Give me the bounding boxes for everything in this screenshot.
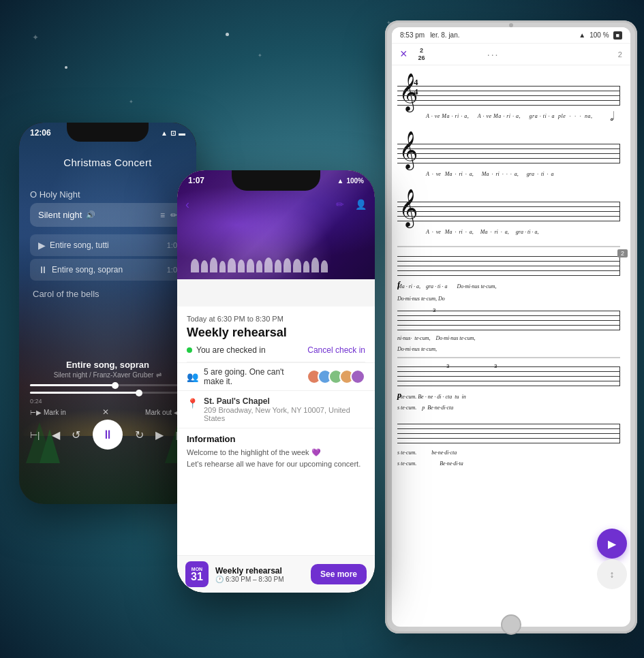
- day-num: 31: [191, 571, 203, 582]
- staff-system-3: 𝄞 A · ve Ma · ri · a, Ma · ri · a, gra ·…: [392, 188, 630, 249]
- lyrics-line-2: A · ve Ma · ri · a, Ma · ri · · · a, gra…: [426, 171, 624, 177]
- staff-system-7: s te·cum. be·ne·di·cta s te·cum. Be·ne·d…: [392, 417, 630, 475]
- close-mark-icon[interactable]: ✕: [102, 407, 109, 417]
- triplet-mark-2: 3: [446, 363, 449, 369]
- clock-icon: 🕐: [215, 576, 224, 583]
- event-bar-title: Weekly rehearsal: [215, 566, 304, 576]
- attendees-icon: 👥: [187, 371, 198, 382]
- staff-system-6: p 3 3 s te·cum. Be · ne · di · cta tu in…: [392, 360, 630, 421]
- middle-phone-status-bar: 1:07 ▲ 100%: [188, 176, 364, 185]
- sub-item-sopran[interactable]: ⏸ Entire song, sopran 1:0: [30, 259, 185, 281]
- volume-bar[interactable]: [30, 392, 185, 394]
- pause-button[interactable]: ⏸: [93, 420, 123, 450]
- staff-line-1-4: [397, 100, 620, 101]
- left-phone-notch: [67, 123, 149, 142]
- tablet-time: 8:53 pm: [400, 31, 425, 39]
- see-more-button[interactable]: See more: [311, 564, 367, 584]
- now-playing-title: Entire song, sopran: [30, 360, 185, 370]
- now-playing: Entire song, sopran Silent night / Franz…: [30, 360, 185, 450]
- location-name: St. Paul's Chapel: [204, 396, 365, 406]
- attendees-row: 👥 5 are going. One can't make it.: [177, 362, 375, 390]
- playback-controls: ⊢| ◀ ↺ ⏸ ↻ ▶ |⊣: [30, 420, 185, 450]
- staff-system-5: ni·nus· te·cum, Do·mi·nus te·cum, Do·mi·…: [392, 304, 630, 362]
- page-number-badge: 2: [617, 249, 628, 257]
- section-divider-2: [397, 357, 620, 358]
- time-display: 0:24: [30, 398, 185, 405]
- cancel-checkin-button[interactable]: Cancel check in: [307, 345, 365, 355]
- lyrics-line-5: ni·nus· te·cum, Do·mi·nus te·cum,: [397, 335, 624, 341]
- now-playing-subtitle: Silent night / Franz-Xaver Gruber: [54, 371, 154, 379]
- checkin-row: You are checked in Cancel check in: [177, 345, 375, 362]
- staff-line-1-5: [397, 105, 620, 106]
- treble-clef-3: 𝄞: [399, 191, 418, 224]
- info-title: Information: [187, 434, 365, 444]
- lyrics-benedicta-2b: s te·cum. Be·ne·di·ta: [397, 460, 624, 467]
- event-time: Today at 6:30 PM to 8:30 PM: [177, 307, 375, 326]
- event-bar-time: 🕐 6:30 PM – 8:30 PM: [215, 576, 304, 583]
- playback-orb[interactable]: ▶: [597, 529, 627, 559]
- avatar-group: [311, 369, 365, 384]
- sound-icon: 🔊: [86, 210, 95, 219]
- tablet-nav: × 2 26 ··· 2: [392, 44, 630, 65]
- lyrics-benedicta-1b: s te·cum. p Be·ne·di·cta: [397, 405, 624, 411]
- jump-start-icon[interactable]: ⊢|: [30, 430, 40, 440]
- left-phone-time: 12:06: [30, 128, 51, 138]
- nav-dots: ···: [487, 49, 500, 60]
- scroll-indicator[interactable]: ↕: [597, 559, 627, 589]
- location-address: 209 Broadway, New York, NY 10007, United…: [204, 406, 365, 422]
- sub-item-tutti[interactable]: ▶ Entire song, tutti 1:0: [30, 234, 185, 256]
- battery-icon-middle: 100%: [346, 177, 364, 185]
- play-icon-orb: ▶: [608, 537, 616, 550]
- info-text: Welcome to the highlight of the week 💜Le…: [187, 447, 365, 469]
- time-sig-1: 4 4: [414, 78, 418, 97]
- close-button-tablet[interactable]: ×: [400, 47, 408, 61]
- page-number: 2: [618, 50, 622, 59]
- tablet-home-button[interactable]: [501, 614, 521, 635]
- lyrics-line-3: A · ve Ma · ri · a, Ma · ri · a, gra · t…: [426, 229, 624, 235]
- event-title: Weekly rehearsal: [177, 326, 375, 345]
- edit-icon-nav[interactable]: ✏: [336, 199, 344, 210]
- play-circle-icon: ▶: [38, 240, 46, 251]
- fastforward-icon[interactable]: ↻: [135, 428, 144, 441]
- carol-title: Carol of the bells: [33, 289, 99, 299]
- list-icon: ≡: [160, 210, 165, 220]
- signal-icon: ▲: [161, 129, 168, 137]
- scroll-icon: ↕: [610, 569, 615, 580]
- person-icon-nav[interactable]: 👤: [355, 199, 367, 210]
- prev-icon[interactable]: ◀: [52, 428, 60, 441]
- treble-clef-2: 𝄞: [399, 134, 418, 166]
- lyrics-line-4b: Do·mi·nus te·cum, Do: [397, 296, 624, 302]
- tablet-date: ler. 8. jan.: [430, 31, 459, 39]
- song-item-holy-night[interactable]: O Holy Night: [30, 184, 185, 205]
- bottom-event-bar: MON 31 Weekly rehearsal 🕐 6:30 PM – 8:30…: [177, 555, 375, 593]
- tablet-battery-icon: ■: [613, 31, 622, 40]
- lyrics-line-5b: Do·mi·nus te·cum,: [397, 346, 624, 352]
- lyrics-line-1: A · ve Ma · ri · a, A · ve Ma · ri · a, …: [426, 113, 624, 119]
- mark-in-icon: ⊢▶: [30, 409, 42, 416]
- back-button[interactable]: ‹: [185, 198, 189, 212]
- rewind-icon[interactable]: ↺: [72, 428, 80, 441]
- avatar-5: [350, 369, 365, 384]
- song-item-silent-night[interactable]: Silent night 🔊 ≡ ✏: [30, 203, 185, 227]
- location-row: 📍 St. Paul's Chapel 209 Broadway, New Yo…: [177, 390, 375, 428]
- tablet-status-bar: 8:53 pm ler. 8. jan. ▲ 100 % ■: [392, 27, 630, 44]
- tablet-wifi: ▲: [579, 31, 585, 39]
- silent-night-title: Silent night: [38, 210, 82, 220]
- middle-phone: 1:07 ▲ 100% ‹ ✏ 👤 Today at 6:30 PM to 8:…: [177, 170, 375, 593]
- wifi-icon-middle: ▲: [337, 177, 344, 185]
- next-icon[interactable]: ▶: [155, 428, 164, 441]
- lyrics-benedicta-2: s te·cum. be·ne·di·cta: [397, 450, 624, 456]
- event-bar-info: Weekly rehearsal 🕐 6:30 PM – 8:30 PM: [215, 566, 304, 583]
- staff-system-4: f Ma · ri · a, gra · ti · a Do·mi·nus te…: [392, 249, 630, 311]
- tablet-battery: 100 %: [589, 31, 609, 39]
- battery-icon: ▬: [179, 129, 185, 137]
- progress-bar[interactable]: [30, 384, 185, 386]
- location-icon: 📍: [187, 398, 198, 409]
- lyrics-benedicta-1: s te·cum. Be · ne · di · cta tu in: [397, 394, 624, 400]
- wifi-icon: ⊡: [170, 129, 176, 137]
- staff-line-1-3: [397, 95, 620, 96]
- mark-controls: ⊢▶ Mark in ✕ Mark out ◀⊣: [30, 407, 185, 417]
- attendees-text: 5 are going. One can't make it.: [204, 367, 305, 386]
- staff-system-1: 𝄞 4 4 A · ve Ma · ri · a, A · ve Ma · ri…: [392, 72, 630, 134]
- staff-line-1-2: [397, 91, 620, 91]
